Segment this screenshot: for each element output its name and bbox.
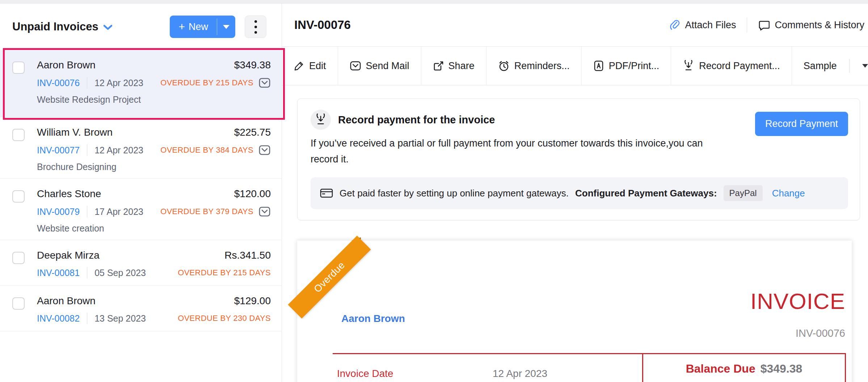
overdue-badge: OVERDUE BY 215 DAYS — [160, 78, 253, 88]
row-checkbox[interactable] — [12, 297, 25, 310]
invoice-date: 05 Sep 2023 — [94, 268, 178, 278]
invoice-number-link[interactable]: INV-00077 — [37, 145, 80, 156]
invoice-amount: $129.00 — [234, 295, 271, 307]
mail-sent-icon — [258, 77, 271, 89]
invoice-date-value: 12 Apr 2023 — [493, 368, 547, 379]
invoice-list-panel: Unpaid Invoices + New Aaron Brown — [0, 4, 282, 382]
invoice-row-inv-00081[interactable]: Deepak Mirza Rs.341.50 INV-00081 05 Sep … — [0, 240, 282, 286]
reminders-button[interactable]: Reminders... — [486, 47, 582, 85]
overdue-badge: OVERDUE BY 384 DAYS — [160, 145, 253, 155]
invoice-row-inv-00077[interactable]: William V. Brown $225.75 INV-00077 12 Ap… — [0, 117, 282, 179]
invoice-date: 12 Apr 2023 — [94, 145, 160, 156]
record-payment-button[interactable]: Record Payment — [755, 112, 848, 136]
row-checkbox[interactable] — [12, 190, 25, 203]
list-filter-label: Unpaid Invoices — [12, 20, 98, 33]
balance-due-box: Balance Due $349.38 — [642, 353, 846, 382]
invoice-number-link[interactable]: INV-00082 — [37, 313, 80, 324]
invoice-amount: $120.00 — [234, 188, 271, 200]
sample-dropdown[interactable]: Sample — [792, 47, 868, 85]
new-invoice-split-button[interactable]: + New — [170, 16, 235, 38]
customer-name: Deepak Mirza — [37, 250, 224, 261]
send-mail-label: Send Mail — [366, 60, 409, 72]
payment-download-icon — [683, 60, 694, 72]
credit-card-icon — [320, 188, 333, 199]
list-header: Unpaid Invoices + New — [0, 4, 282, 50]
record-payment-icon — [311, 110, 331, 130]
new-invoice-dropdown[interactable] — [217, 16, 235, 38]
invoice-number-link[interactable]: INV-00081 — [37, 268, 80, 278]
paperclip-icon — [670, 20, 680, 30]
share-icon — [433, 60, 444, 71]
row-checkbox[interactable] — [12, 129, 25, 141]
plus-icon: + — [178, 21, 185, 33]
divider — [747, 17, 747, 33]
invoice-amount: $349.38 — [234, 59, 271, 71]
divider — [87, 144, 87, 156]
row-checkbox[interactable] — [12, 252, 25, 264]
new-button-label: New — [189, 21, 208, 33]
payment-gateway-banner: Get paid faster by setting up online pay… — [311, 177, 848, 209]
invoice-description: Website creation — [37, 223, 271, 234]
invoice-number-link[interactable]: INV-00079 — [37, 207, 80, 217]
banner-text: Get paid faster by setting up online pay… — [340, 188, 569, 199]
row-checkbox[interactable] — [12, 61, 25, 74]
customer-name: William V. Brown — [37, 127, 234, 138]
pdf-print-label: PDF/Print... — [609, 60, 660, 72]
new-invoice-button[interactable]: + New — [170, 16, 217, 38]
invoice-amount: $225.75 — [234, 127, 271, 138]
record-payment-card: Record payment for the invoice If you’ve… — [297, 98, 860, 220]
invoice-toolbar: Edit Send Mail Share Reminders... PDF/Pr… — [282, 46, 868, 85]
list-filter-dropdown[interactable]: Unpaid Invoices — [12, 20, 112, 33]
pdf-print-button[interactable]: PDF/Print... — [582, 47, 671, 85]
detail-header: INV-00076 Attach Files Comments & Histor… — [282, 4, 868, 46]
invoice-description: Website Redesign Project — [37, 94, 271, 105]
edit-button[interactable]: Edit — [282, 47, 338, 85]
share-button[interactable]: Share — [421, 47, 486, 85]
toolbar-button-group: Edit Send Mail Share Reminders... PDF/Pr… — [282, 47, 868, 85]
comments-history-label: Comments & History — [775, 20, 864, 31]
attach-files-button[interactable]: Attach Files — [670, 20, 736, 31]
banner-bold-text: Configured Payment Gateways: — [575, 188, 717, 199]
card-heading: Record payment for the invoice — [338, 114, 495, 126]
invoice-date: 12 Apr 2023 — [94, 78, 160, 88]
record-payment-menu-button[interactable]: Record Payment... — [671, 47, 792, 85]
invoice-row-inv-00076[interactable]: Aaron Brown $349.38 INV-00076 12 Apr 202… — [0, 50, 282, 117]
invoice-date: 13 Sep 2023 — [94, 313, 178, 324]
gateway-chip: PayPal — [724, 185, 763, 201]
page-title: INV-00076 — [294, 18, 351, 32]
mail-sent-icon — [258, 144, 271, 156]
edit-label: Edit — [309, 60, 326, 72]
alarm-clock-icon — [498, 60, 510, 72]
balance-due-amount: $349.38 — [760, 362, 802, 375]
invoice-row-inv-00082[interactable]: Aaron Brown $129.00 INV-00082 13 Sep 202… — [0, 286, 282, 331]
chevron-down-icon — [104, 25, 112, 30]
balance-due-label: Balance Due — [686, 362, 755, 375]
invoice-amount: Rs.341.50 — [224, 250, 271, 261]
caret-down-icon — [862, 64, 868, 68]
share-label: Share — [448, 60, 475, 72]
send-mail-button[interactable]: Send Mail — [338, 47, 421, 85]
change-gateway-link[interactable]: Change — [772, 188, 805, 199]
invoice-app: Unpaid Invoices + New Aaron Brown — [0, 4, 868, 382]
list-more-menu-button[interactable] — [245, 16, 266, 38]
sample-label: Sample — [804, 60, 837, 72]
mail-sent-icon — [258, 205, 271, 218]
customer-name: Aaron Brown — [37, 295, 234, 307]
invoice-row-inv-00079[interactable]: Charles Stone $120.00 INV-00079 17 Apr 2… — [0, 179, 282, 240]
comments-history-button[interactable]: Comments & History — [758, 19, 864, 31]
divider — [849, 59, 850, 73]
invoice-preview: Overdue Aaron Brown INVOICE INV-00076 Ba… — [297, 241, 852, 382]
invoice-number-link[interactable]: INV-00076 — [37, 78, 80, 88]
overdue-ribbon: Overdue — [288, 236, 371, 319]
invoice-detail-panel: INV-00076 Attach Files Comments & Histor… — [282, 4, 868, 382]
pencil-icon — [294, 60, 304, 71]
invoice-date: 17 Apr 2023 — [94, 207, 160, 217]
overdue-badge: OVERDUE BY 379 DAYS — [160, 207, 253, 216]
overdue-badge: OVERDUE BY 215 DAYS — [178, 268, 271, 277]
overdue-badge: OVERDUE BY 230 DAYS — [178, 314, 271, 323]
window-top-edge — [0, 0, 868, 4]
divider — [87, 206, 87, 217]
invoice-date-label: Invoice Date — [337, 368, 393, 379]
divider — [87, 313, 87, 324]
detail-content: Record payment for the invoice If you’ve… — [282, 85, 868, 382]
